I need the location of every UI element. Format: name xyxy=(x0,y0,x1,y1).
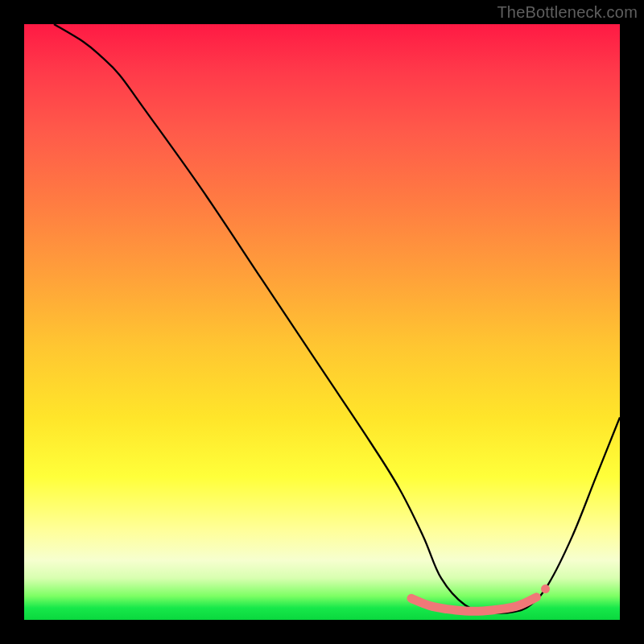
watermark-text: TheBottleneck.com xyxy=(497,3,638,22)
trough-end-dot-icon xyxy=(541,584,550,593)
bottleneck-curve xyxy=(54,24,620,613)
plot-area xyxy=(24,24,620,620)
chart-frame: TheBottleneck.com xyxy=(0,0,644,644)
curve-layer xyxy=(24,24,620,620)
trough-highlight xyxy=(411,597,536,611)
